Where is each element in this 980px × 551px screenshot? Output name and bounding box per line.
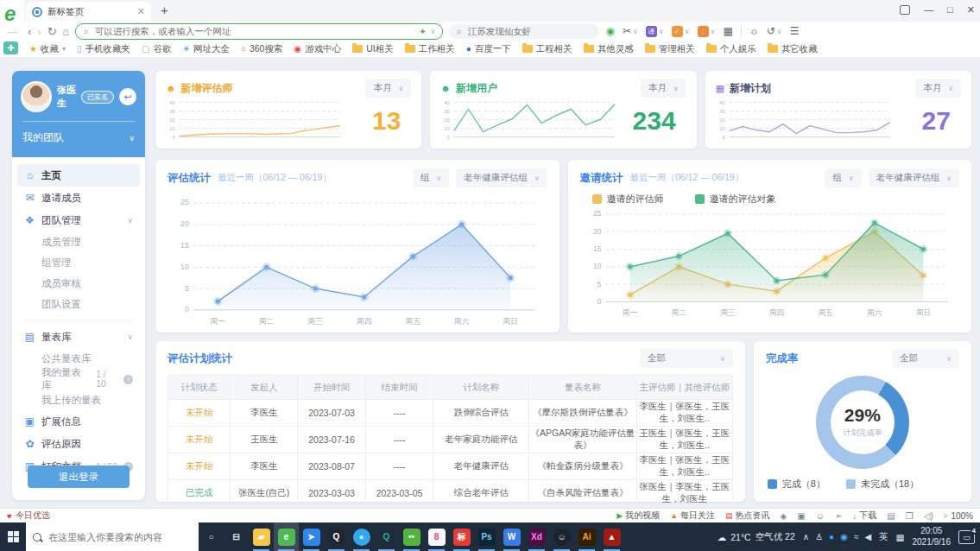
logout-button[interactable]: 退出登录 (28, 466, 130, 488)
translate-icon[interactable]: 译∨ (646, 26, 664, 37)
taskbar-app-qq[interactable]: Q (324, 522, 349, 551)
sidebar-item-评估原因[interactable]: ✿评估原因 (17, 433, 140, 455)
statusbar-my-video[interactable]: ▶我的视频 (616, 510, 660, 522)
sidebar-item-成员审核[interactable]: 成员审核 (17, 273, 140, 294)
shield-icon[interactable]: ✓∨ (672, 26, 690, 37)
quick-search-box[interactable]: ⌕ (449, 24, 599, 39)
taskbar-app-media-app[interactable]: 8 (424, 522, 449, 551)
group-name-select[interactable]: 老年健康评估组∨ (869, 168, 959, 187)
undo-icon[interactable]: ↺∨ (767, 25, 782, 37)
taskbar-app-acrobat[interactable]: ▲ (599, 522, 624, 551)
bookmark-item[interactable]: ✳网址大全 (182, 43, 229, 55)
globe-tray-icon[interactable]: ◉ (840, 532, 848, 542)
taskbar-app-task-view[interactable]: ⊟ (224, 522, 249, 551)
statusbar-emoji[interactable]: ☺ (816, 511, 825, 521)
netdisk-tray-icon[interactable]: ● (829, 532, 834, 542)
taskbar-app-file-explorer[interactable]: ▰ (249, 522, 274, 551)
statusbar-rocket[interactable]: ➣ (835, 511, 842, 521)
sidebar-item-团队管理[interactable]: ❖团队管理∨ (17, 209, 140, 231)
taskbar-app-wps[interactable]: W (499, 522, 524, 551)
bookmark-item[interactable]: ○360搜索 (241, 43, 283, 55)
statusbar-printer[interactable]: ▤ (887, 511, 895, 521)
sidebar-item-扩展信息[interactable]: ▣扩展信息 (17, 410, 140, 433)
home-button[interactable]: ⌂ (63, 26, 70, 37)
taskbar-search-input[interactable] (47, 531, 192, 543)
forward-button[interactable]: › (37, 26, 41, 37)
sidebar-item-主页[interactable]: ⌂主页 (17, 164, 140, 187)
back-circle-button[interactable]: ↩ (119, 88, 136, 105)
statusbar-download[interactable]: ↓下载 (852, 510, 876, 522)
sidebar-item-我上传的量表[interactable]: 我上传的量表 (17, 390, 140, 410)
period-select[interactable]: 本月∨ (915, 79, 961, 98)
tab-close-icon[interactable]: ✕ (137, 6, 145, 17)
ime-indicator[interactable]: 英 (879, 531, 888, 543)
reading-mode-icon[interactable]: ◉ (605, 25, 614, 37)
plan-filter-select[interactable]: 全部∨ (640, 349, 733, 368)
statusbar-hot-news[interactable]: ▤热点资讯 (725, 510, 770, 522)
bookmark-item[interactable]: 管理相关 (645, 43, 695, 55)
bookmark-item[interactable]: ▢谷歌 (142, 43, 171, 55)
bookmark-item[interactable]: 其他灵感 (584, 43, 634, 55)
taskbar-app-red-tile-app[interactable]: 标 (449, 522, 474, 551)
taskbar-app-video-app[interactable]: ● (349, 522, 374, 551)
lightning-icon[interactable]: ✦ (419, 27, 426, 36)
quick-search-input[interactable] (466, 25, 593, 37)
weather-widget[interactable]: ☁ 21°C 空气优 22 (718, 531, 795, 543)
start-button[interactable] (0, 522, 26, 551)
skin-button[interactable] (900, 5, 910, 15)
sidebar-collapse-handle[interactable]: — (8, 26, 17, 36)
statusbar-image[interactable]: ▣ (797, 511, 805, 521)
taskbar-app-thunder[interactable]: ➤ (299, 522, 324, 551)
reload-button[interactable]: ↻ (47, 26, 57, 37)
bookmark-item[interactable]: ▯手机收藏夹 (77, 43, 130, 55)
statusbar-zoom[interactable]: ⌕100% (944, 510, 973, 521)
minimize-button[interactable]: — (924, 4, 933, 15)
bookmark-item[interactable]: UI相关 (352, 43, 394, 55)
menu-icon[interactable]: ☰ (790, 25, 800, 37)
group-select[interactable]: 组∨ (413, 168, 449, 187)
statusbar-speaker[interactable]: ◁) (924, 511, 933, 521)
new-tab-button[interactable]: + (161, 3, 168, 17)
period-select[interactable]: 本月∨ (365, 79, 411, 98)
daily-picks[interactable]: ♥ 今日优选 (7, 510, 50, 522)
sidebar-item-量表库[interactable]: ▤量表库∨ (17, 326, 140, 348)
statusbar-daily-follow[interactable]: ▲每日关注 (670, 510, 715, 522)
sidebar-item-组管理[interactable]: 组管理 (17, 252, 140, 273)
maximize-button[interactable]: □ (947, 4, 953, 15)
taskbar-app-wechat[interactable]: •• (399, 522, 424, 551)
bookmark-item[interactable]: ●百度一下 (466, 43, 511, 55)
bookmark-item[interactable]: ★收藏▾ (29, 43, 66, 55)
group-select[interactable]: 组∨ (825, 168, 861, 187)
group-name-select[interactable]: 老年健康评估组∨ (456, 168, 547, 187)
sidebar-item-邀请成员[interactable]: ✉邀请成员 (17, 187, 140, 209)
taskbar-app-photoshop[interactable]: Ps (474, 522, 499, 551)
chevron-down-icon[interactable]: ∨ (431, 28, 436, 35)
taskbar-app-360-browser[interactable]: e (274, 522, 299, 551)
game-center-icon[interactable]: :∨ (698, 26, 716, 37)
taskbar-search[interactable] (26, 522, 199, 551)
period-select[interactable]: 本月∨ (641, 79, 686, 98)
address-input[interactable] (93, 25, 415, 37)
qq-tray-icon[interactable]: ♙ (815, 532, 823, 542)
bookmark-item[interactable]: ◉游戏中心 (294, 43, 341, 55)
taskbar-app-account-app[interactable]: ☺ (549, 522, 574, 551)
sidebar-item-成员管理[interactable]: 成员管理 (17, 231, 140, 252)
taskbar-app-360-search[interactable]: Q (374, 522, 399, 551)
tray-expand-icon[interactable]: ∧ (803, 532, 809, 542)
team-select[interactable]: 我的团队 ∨ (21, 129, 136, 149)
screenshot-icon[interactable]: ✂∨ (623, 25, 638, 37)
back-button[interactable]: ‹ (28, 26, 31, 37)
taskbar-app-adobe-xd[interactable]: Xd (524, 522, 549, 551)
brightness-icon[interactable]: ☼ (749, 25, 759, 37)
bandwidth-tray-icon[interactable]: ≈ (854, 532, 859, 542)
touch-keyboard-icon[interactable]: ▦ (896, 532, 905, 542)
taskbar-app-cortana[interactable]: ○ (199, 522, 224, 551)
statusbar-shield[interactable]: ◈ (781, 511, 787, 521)
help-icon[interactable]: ? (123, 375, 133, 384)
bookmark-item[interactable]: 个人娱乐 (706, 43, 756, 55)
bookmark-item[interactable]: 工作相关 (405, 43, 455, 55)
close-button[interactable]: ✕ (967, 4, 975, 16)
statusbar-windows[interactable]: ❐ (906, 511, 914, 521)
sidebar-item-我的量表库[interactable]: 我的量表库1 / 10? (17, 369, 140, 390)
clock[interactable]: 20:05 2021/9/16 (913, 526, 952, 548)
